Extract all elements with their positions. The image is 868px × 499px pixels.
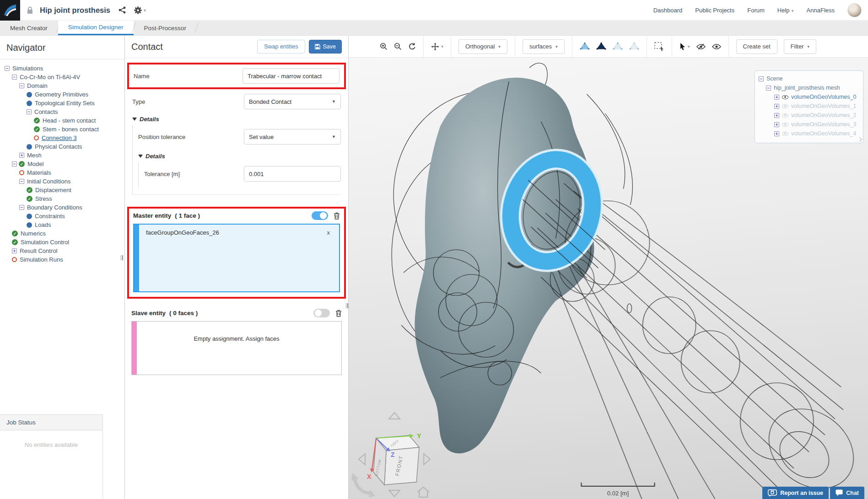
sidebar-item-connection-3[interactable]: Connection 3 [0,134,124,142]
select-cursor-icon[interactable]: ▾ [679,43,690,50]
contact-panel-collapse-handle[interactable] [345,302,349,309]
app-logo[interactable] [0,0,20,21]
3d-canvas[interactable]: FRONT BOTTOM LEFT Y Z X [349,58,868,499]
sidebar-item-initial-conditions[interactable]: −Initial Conditions [0,177,124,186]
projection-select[interactable]: Orthogonal▾ [458,39,507,54]
sidebar-item-physical-contacts[interactable]: Physical Contacts [0,142,124,151]
report-issue-button[interactable]: Report an issue [762,487,829,499]
visibility-eye-icon[interactable] [782,104,788,108]
settings-gear-button[interactable]: ▾ [134,6,146,14]
slave-entity-box[interactable]: Empty assignment. Assign faces [131,321,342,375]
collapse-minus-icon[interactable]: − [12,161,17,166]
expand-plus-icon[interactable]: + [774,95,779,100]
navigator-collapse-handle[interactable] [120,254,124,261]
chat-button[interactable]: Chat [830,487,864,499]
scene-root-item[interactable]: − Scene [759,74,859,83]
sidebar-item-simulation-runs[interactable]: Simulation Runs [0,255,124,264]
sidebar-item-head-stem-contact[interactable]: ✓Head - stem contact [0,116,124,125]
create-set-button[interactable]: Create set [736,39,777,54]
sidebar-item-geometry-primitives[interactable]: Geometry Primitives [0,90,124,99]
hide-selected-icon[interactable] [696,43,706,50]
contact-name-input[interactable] [243,68,340,84]
contact-type-select[interactable]: Bonded Contact▼ [244,94,341,109]
slave-delete-icon[interactable] [335,310,342,317]
sidebar-item-displacement[interactable]: ✓Displacement [0,186,124,194]
panel-resize-handle[interactable] [857,137,862,142]
tolerance-input[interactable] [244,166,341,182]
expand-plus-icon[interactable]: + [19,153,24,158]
sidebar-item-stress[interactable]: ✓Stress [0,194,124,203]
scene-item-volumeongeovolumes-4[interactable]: +volumeOnGeoVolumes_4 [759,129,859,138]
show-all-icon[interactable] [712,43,721,50]
sidebar-item-materials[interactable]: Materials [0,168,124,177]
header-link-public-projects[interactable]: Public Projects [695,7,734,14]
header-link-annafless[interactable]: AnnaFless [807,7,835,14]
mesh-quality-dark-icon[interactable] [596,43,606,50]
sidebar-item-loads[interactable]: Loads [0,220,124,229]
box-select-icon[interactable] [654,42,664,51]
sidebar-item-co-cr-mo-on-ti-6al-4v[interactable]: −Co-Cr-Mo on Ti-6Al-4V [0,73,124,81]
render-mode-select[interactable]: surfaces▾ [523,39,565,54]
scene-mesh-item[interactable]: − hip_joint_prosthesis mesh [759,83,859,92]
position-tolerance-select[interactable]: Set value▼ [244,129,341,145]
pan-move-icon[interactable]: ▾ [431,43,443,51]
collapse-minus-icon[interactable]: − [19,205,24,210]
save-button[interactable]: Save [309,40,342,54]
header-link-dashboard[interactable]: Dashboard [653,7,683,14]
reset-view-icon[interactable] [408,43,416,50]
visibility-eye-icon[interactable] [782,123,788,127]
collapse-minus-icon[interactable]: − [759,76,764,81]
sidebar-item-model[interactable]: −✓Model [0,160,124,168]
scene-item-volumeongeovolumes-3[interactable]: +volumeOnGeoVolumes_3 [759,120,859,129]
user-avatar[interactable] [847,3,862,17]
collapse-minus-icon[interactable]: − [5,66,10,71]
sidebar-item-domain[interactable]: −Domain [0,81,124,90]
sidebar-item-numerics[interactable]: ✓Numerics [0,229,124,238]
visibility-eye-icon[interactable] [782,113,788,118]
tab-mesh-creator[interactable]: Mesh Creator [0,21,58,35]
sidebar-item-constraints[interactable]: Constraints [0,212,124,220]
zoom-in-icon[interactable] [380,43,388,50]
visibility-eye-icon[interactable] [782,132,788,136]
assigned-entity-row[interactable]: faceGroupOnGeoFaces_26x [134,225,339,236]
expand-plus-icon[interactable]: + [12,248,17,253]
master-delete-icon[interactable] [334,212,340,220]
expand-plus-icon[interactable]: + [774,104,779,109]
filter-select[interactable]: Filter▾ [784,39,816,54]
collapse-minus-icon[interactable]: − [766,86,771,91]
share-button[interactable] [119,6,126,14]
tab-post-processor[interactable]: Post-Processor [134,21,196,35]
scene-item-volumeongeovolumes-2[interactable]: +volumeOnGeoVolumes_2 [759,111,859,120]
collapse-minus-icon[interactable]: − [19,179,24,184]
job-status-header[interactable]: Job Status [0,414,102,430]
sidebar-item-topological-entity-sets[interactable]: Topological Entity Sets [0,99,124,107]
sidebar-item-simulations[interactable]: −Simulations [0,64,124,73]
header-link-forum[interactable]: Forum [747,7,765,14]
scene-item-volumeongeovolumes-0[interactable]: +volumeOnGeoVolumes_0 [759,92,859,102]
sidebar-item-stem-bones-contact[interactable]: ✓Stem - bones contact [0,125,124,134]
sidebar-item-boundary-conditions[interactable]: −Boundary Conditions [0,203,124,212]
sidebar-item-simulation-control[interactable]: ✓Simulation Control [0,238,124,247]
mesh-quality-solid-icon[interactable] [580,43,590,50]
nested-details-toggle[interactable]: Details [138,153,341,160]
tab-simulation-designer[interactable]: Simulation Designer [58,21,134,35]
sidebar-item-mesh[interactable]: +Mesh [0,151,124,160]
master-visibility-toggle[interactable] [312,211,328,220]
expand-plus-icon[interactable]: + [774,131,779,136]
sidebar-item-result-control[interactable]: +Result Control [0,247,124,255]
mesh-quality-outline-icon[interactable] [629,43,639,50]
zoom-out-icon[interactable] [394,43,402,50]
swap-entities-button[interactable]: Swap entities [257,40,305,54]
expand-plus-icon[interactable]: + [774,122,779,127]
home-view-icon[interactable] [417,487,429,497]
navigation-cube[interactable]: FRONT BOTTOM LEFT Y Z X [367,432,421,485]
remove-entity-button[interactable]: x [325,229,332,236]
header-link-help[interactable]: Help▾ [777,7,794,14]
sidebar-item-contacts[interactable]: −Contacts [0,107,124,116]
collapse-minus-icon[interactable]: − [12,75,17,80]
details-toggle[interactable]: Details [132,116,341,123]
visibility-eye-icon[interactable] [782,95,788,99]
scene-item-volumeongeovolumes-1[interactable]: +volumeOnGeoVolumes_1 [759,102,859,111]
slave-empty-text[interactable]: Empty assignment. Assign faces [132,322,341,342]
mesh-quality-light-icon[interactable] [613,43,623,50]
